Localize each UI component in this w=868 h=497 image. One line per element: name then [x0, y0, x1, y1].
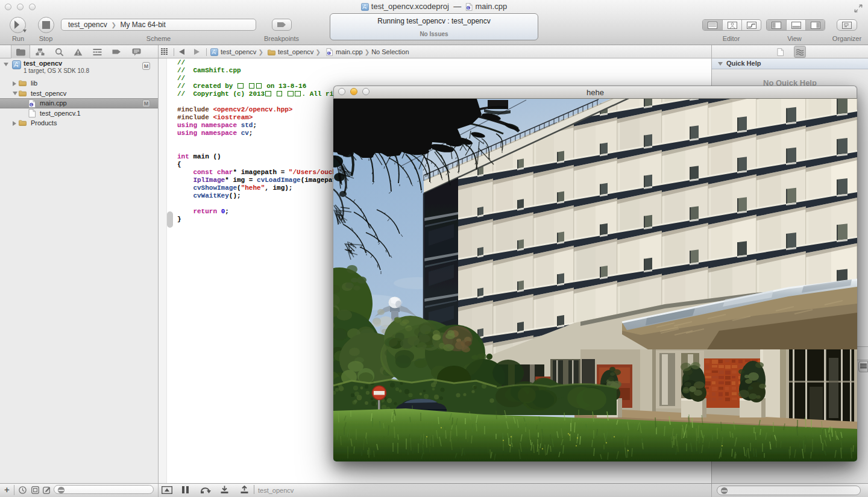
- svg-text:C: C: [468, 6, 470, 10]
- svg-text:C: C: [30, 102, 33, 106]
